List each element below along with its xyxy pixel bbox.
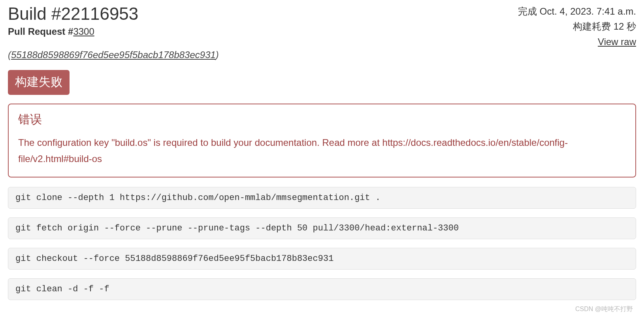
watermark: CSDN @吨吨不打野 [575,305,633,313]
error-message: The configuration key "build.os" is requ… [18,135,626,167]
completed-text: 完成 Oct. 4, 2023. 7:41 a.m. [518,4,636,19]
commit-hash-link[interactable]: 55188d8598869f76ed5ee95f5bacb178b83ec931 [11,49,216,60]
pr-link[interactable]: 3300 [73,26,94,37]
command-line[interactable]: git clone --depth 1 https://github.com/o… [8,187,636,209]
pr-prefix: Pull Request # [8,26,73,37]
command-line[interactable]: git clean -d -f -f [8,278,636,300]
build-status-badge: 构建失败 [8,70,70,95]
commit-hash-line: (55188d8598869f76ed5ee95f5bacb178b83ec93… [8,49,636,60]
build-title: Build #22116953 [8,4,518,24]
command-line[interactable]: git fetch origin --force --prune --prune… [8,217,636,239]
view-raw-link[interactable]: View raw [598,36,636,47]
error-title: 错误 [18,111,626,128]
error-box: 错误 The configuration key "build.os" is r… [8,104,636,177]
command-line[interactable]: git checkout --force 55188d8598869f76ed5… [8,248,636,270]
duration-text: 构建耗费 12 秒 [518,19,636,34]
pr-line: Pull Request #3300 [8,26,518,37]
